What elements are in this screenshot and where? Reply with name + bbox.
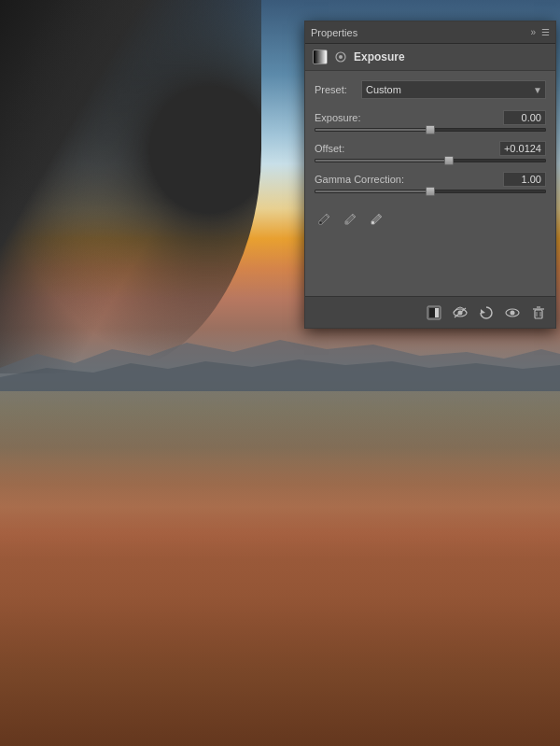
offset-value[interactable]: +0.0124 [499,141,546,156]
white-point-eyedropper[interactable] [367,210,385,229]
svg-rect-3 [319,221,322,224]
offset-slider-thumb[interactable] [444,156,454,165]
svg-point-1 [339,55,343,59]
offset-slider-track[interactable] [315,159,546,162]
offset-label: Offset: [315,143,344,154]
exposure-slider-track[interactable] [315,128,546,132]
exposure-gradient-icon [313,49,328,64]
mid-point-eyedropper[interactable] [341,210,359,229]
offset-slider-group: Offset: +0.0124 [315,141,546,162]
exposure-title: Exposure [354,50,405,63]
black-point-eyedropper[interactable] [315,210,333,229]
exposure-header: Exposure [305,44,555,71]
preset-select[interactable]: Custom [361,80,546,99]
panel-spacer [315,232,546,289]
visibility-button[interactable] [501,302,524,324]
reset-button[interactable] [475,302,497,324]
offset-label-row: Offset: +0.0124 [315,141,546,156]
exposure-label-row: Exposure: 0.00 [315,110,546,125]
offset-slider-fill [315,160,449,162]
cityscape-overlay [0,391,560,746]
exposure-slider-group: Exposure: 0.00 [315,110,546,132]
exposure-slider-thumb[interactable] [426,125,435,134]
gamma-slider-track[interactable] [315,190,546,193]
preset-select-wrapper: Custom ▼ [361,80,546,99]
svg-rect-17 [535,310,542,318]
delete-button[interactable] [527,302,550,324]
preset-label: Preset: [315,84,361,95]
panel-menu-icon[interactable]: ☰ [541,27,550,37]
gamma-value[interactable]: 1.00 [503,172,546,187]
svg-rect-9 [429,308,435,317]
eye-active-button[interactable] [449,302,471,324]
gamma-label: Gamma Correction: [315,174,404,185]
properties-panel: Properties » ☰ Exposure Preset: Custom ▼ [304,21,556,329]
panel-footer [305,296,555,328]
preset-row: Preset: Custom ▼ [315,80,546,99]
svg-point-16 [511,310,515,315]
panel-body: Preset: Custom ▼ Exposure: 0.00 Offset: [305,71,555,296]
exposure-label: Exposure: [315,112,361,123]
gamma-slider-fill [315,190,430,192]
panel-header: Properties » ☰ [305,21,555,44]
exposure-slider-fill [315,129,430,131]
svg-rect-5 [345,221,348,224]
svg-rect-10 [435,308,439,317]
gamma-slider-thumb[interactable] [426,187,435,196]
camera-icon [333,49,348,64]
panel-expand-icon[interactable]: » [530,27,536,37]
panel-title: Properties [311,27,357,38]
exposure-value[interactable]: 0.00 [503,110,546,125]
layer-mask-button[interactable] [423,302,445,324]
gamma-slider-group: Gamma Correction: 1.00 [315,172,546,193]
eyedropper-row [315,206,546,232]
svg-marker-14 [481,309,485,314]
svg-rect-7 [371,221,374,224]
gamma-label-row: Gamma Correction: 1.00 [315,172,546,187]
panel-header-controls: » ☰ [530,27,550,37]
